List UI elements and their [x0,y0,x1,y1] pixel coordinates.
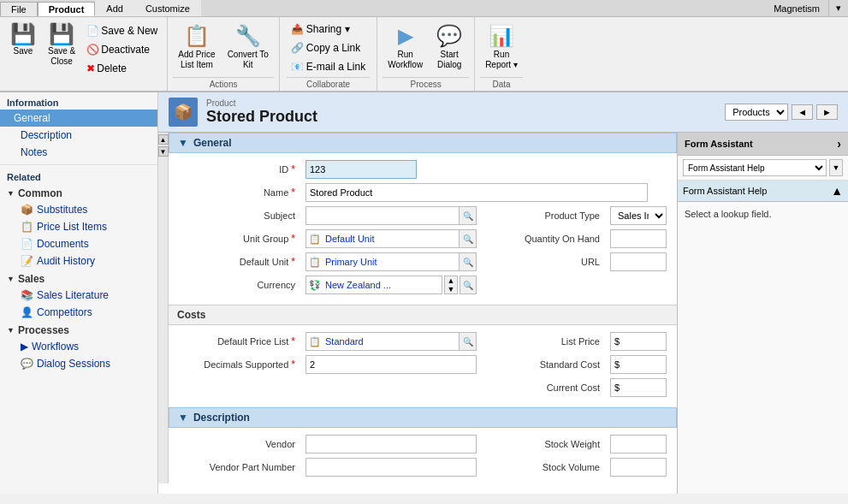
scroll-down-btn[interactable]: ▼ [158,146,169,157]
documents-icon: 📄 [21,238,33,250]
form-header: 📦 Product Stored Product Products ◄ ► [158,92,848,133]
stock-weight-input[interactable] [610,435,667,454]
sidebar-item-workflows[interactable]: ▶ Workflows [0,338,157,355]
sidebar-subsection-sales: ▼ Sales [0,270,157,287]
currency-lookup-btn[interactable]: 🔍 [460,276,477,294]
assistant-expand-icon[interactable]: › [837,137,841,151]
tab-file[interactable]: File [0,2,38,16]
current-cost-input[interactable] [610,378,667,397]
section-header-description[interactable]: ▼ Description [169,407,677,428]
currency-link[interactable]: New Zealand ... [323,278,442,292]
section-header-general[interactable]: ▼ General [169,133,677,153]
tab-customize[interactable]: Customize [134,0,201,16]
currency-label: Currency [179,280,299,290]
quantity-on-hand-input[interactable] [610,229,667,248]
form-view-select[interactable]: Products [725,104,788,121]
assistant-content-header: Form Assistant Help ▲ [678,181,848,202]
tab-product[interactable]: Product [38,2,96,16]
competitors-label: Competitors [37,306,92,318]
run-report-icon: 📊 [489,24,514,48]
unit-group-lookup-btn[interactable]: 🔍 [459,230,476,247]
deactivate-label: Deactivate [101,44,150,56]
convert-to-kit-icon: 🔧 [235,24,261,48]
general-section-label: General [193,137,232,149]
sidebar-item-notes[interactable]: Notes [0,144,157,161]
subject-lookup-btn[interactable]: 🔍 [459,207,476,224]
ribbon-group-save: 💾 Save 💾 Save &Close 📄 Save & New 🚫 Deac… [0,17,168,91]
decimals-input[interactable] [305,355,477,374]
subject-label: Subject [179,210,299,221]
substitutes-label: Substitutes [37,204,87,216]
assistant-dropdown-btn-1[interactable]: ▼ [829,159,843,176]
sidebar-item-description[interactable]: Description [0,127,157,144]
run-report-button[interactable]: 📊 RunReport ▾ [480,21,523,74]
assistant-title: Form Assistant [685,139,753,149]
url-input[interactable] [610,252,667,271]
form-title: Stored Product [206,108,317,126]
sidebar-item-general[interactable]: General [0,110,157,127]
run-workflow-button[interactable]: ▶ RunWorkflow [382,21,428,74]
subject-input[interactable] [306,207,459,224]
vendor-part-number-input[interactable] [305,458,477,477]
start-dialog-label: StartDialog [437,50,461,70]
assistant-collapse-icon[interactable]: ▲ [831,184,843,198]
sidebar-item-dialog-sessions[interactable]: 💬 Dialog Sessions [0,355,157,372]
section-header-costs[interactable]: Costs [169,305,677,325]
assistant-header: Form Assistant › [678,133,848,156]
nav-prev-button[interactable]: ◄ [792,104,813,120]
audit-history-label: Audit History [37,255,95,267]
vendor-input[interactable] [305,435,477,454]
price-list-lookup-btn[interactable]: 🔍 [459,333,476,350]
assistant-select-1[interactable]: Form Assistant Help [683,159,827,176]
sidebar-section-information: Information [0,92,157,110]
stock-volume-label: Stock Volume [483,462,603,472]
save-new-icon: 📄 [86,25,99,37]
standard-cost-input[interactable] [610,355,667,374]
delete-button[interactable]: ✖ Delete [82,60,162,77]
scroll-up-btn[interactable]: ▲ [158,134,169,145]
sidebar-item-audit-history[interactable]: 📝 Audit History [0,252,157,270]
id-input[interactable] [305,160,417,179]
start-dialog-button[interactable]: 💬 StartDialog [430,21,469,74]
tab-add[interactable]: Add [95,0,134,16]
form-main: ▲ ▼ ▼ General ID * [158,133,677,494]
dialog-sessions-label: Dialog Sessions [37,358,110,370]
assistant-content: Select a lookup field. [678,202,848,226]
save-button[interactable]: 💾 Save [5,21,41,59]
currency-adjust-btn[interactable]: ▲▼ [444,276,458,294]
copy-link-button[interactable]: 🔗 Copy a Link [287,39,370,56]
email-link-label: E-mail a Link [306,61,365,73]
unit-group-link[interactable]: Default Unit [323,232,459,246]
workflows-label: Workflows [32,341,79,353]
save-label: Save [14,46,33,56]
sidebar-item-price-list-items[interactable]: 📋 Price List Items [0,218,157,235]
ribbon-group-collaborate: 📤 Sharing ▾ 🔗 Copy a Link 📧 E-mail a Lin… [280,17,377,91]
add-price-list-button[interactable]: 📋 Add PriceList Item [173,21,220,74]
sidebar-item-substitutes[interactable]: 📦 Substitutes [0,201,157,218]
name-input[interactable] [305,183,648,202]
product-type-select[interactable]: Sales Inventory [610,206,667,225]
price-list-link[interactable]: Standard [323,335,459,348]
list-price-input[interactable] [610,332,667,351]
ribbon-group-actions: 📋 Add PriceList Item 🔧 Convert ToKit Act… [168,17,280,91]
convert-to-kit-button[interactable]: 🔧 Convert ToKit [222,21,274,74]
run-workflow-icon: ▶ [398,24,413,48]
sharing-button[interactable]: 📤 Sharing ▾ [287,21,370,38]
substitutes-icon: 📦 [21,204,33,216]
save-icon: 💾 [10,24,36,44]
sidebar-item-competitors[interactable]: 👤 Competitors [0,304,157,321]
default-unit-lookup-btn[interactable]: 🔍 [459,253,476,270]
save-close-button[interactable]: 💾 Save &Close [43,21,80,70]
email-link-button[interactable]: 📧 E-mail a Link [287,58,370,75]
sidebar-item-documents[interactable]: 📄 Documents [0,235,157,252]
deactivate-button[interactable]: 🚫 Deactivate [82,41,162,58]
default-unit-link[interactable]: Primary Unit [323,255,459,269]
sidebar-item-sales-literature[interactable]: 📚 Sales Literature [0,287,157,304]
audit-history-icon: 📝 [21,255,33,267]
nav-next-button[interactable]: ► [816,104,838,120]
copy-link-icon: 🔗 [291,42,304,54]
url-label: URL [483,257,603,267]
minimize-btn[interactable]: ▾ [828,0,848,16]
stock-volume-input[interactable] [610,458,667,477]
save-new-button[interactable]: 📄 Save & New [82,22,162,39]
